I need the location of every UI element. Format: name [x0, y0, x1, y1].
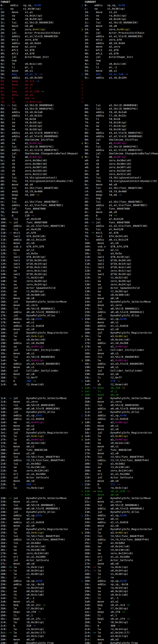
asm-line: 2bc: b 308 ~> [81, 624, 158, 627]
asm-token-C: ~> [33, 379, 36, 382]
asm-token-Y: 0x4c(sp) [31, 334, 44, 338]
asm-token: 144: lh t1,0x32(s0) [0, 276, 44, 279]
asm-line: 1fc: addiu t3,t3,%lo(func_80A87F44) [81, 458, 158, 462]
asm-token: 170: jal DynaPolyInfo_Alloc [0, 314, 55, 317]
asm-line: 2b4: beql v0,at,2f4 ~> [81, 617, 158, 620]
asm-line: 88: jal SkelAnime_InitFlex [81, 138, 158, 141]
asm-line: 1b4: jal DynaPolyInfo_SetActorMove [81, 396, 158, 400]
asm-line: 1b8: move a1,zero [81, 400, 158, 403]
asm-line: 90: sw t8,0x18(sp) [0, 121, 81, 124]
asm-line: s 9c: lw a0,0x40(sp) [81, 155, 158, 158]
asm-token-AG: ~> [127, 617, 130, 620]
asm-token-M: 0x40(sp) [115, 438, 128, 441]
asm-token: 154: jal DynaPolyInfo_Alloc [81, 314, 140, 317]
asm-line: s 24: sw zero,0x48(sp) [81, 28, 158, 31]
asm-token: 1e8: move a2,s0 [0, 428, 34, 431]
asm-token: 1dc: addiu a1,s1,0x810 [0, 417, 44, 420]
asm-token: 114: lwc1 $f10,0x28(s0) [81, 259, 131, 262]
asm-line: f0: addiu a1,a1,%lo(func_80A87BEC) [0, 203, 81, 207]
asm-token: 28c: jr ra [0, 576, 29, 579]
asm-token: 2c4: b 310 [0, 624, 33, 627]
asm-token: 1c8: addiu a1,sp, [83, 414, 120, 417]
asm-line: 54: move a0,s1 [0, 69, 81, 72]
asm-token: 2a4: li at,-1 [0, 596, 34, 600]
asm-token: 160: jal DynaPolyInfo_SetActorMove [0, 300, 67, 303]
asm-token-Y: s [81, 142, 83, 144]
asm-line: 94: sw t7,0x14(sp) [0, 124, 81, 128]
asm-token: 3c: mfc1 a1,$f0 [81, 48, 119, 52]
asm-line: 1c8: move a1,zero [0, 400, 81, 403]
asm-token: 218: b [83, 483, 110, 486]
asm-token-B: 27c [110, 483, 115, 486]
asm-line: e0: andi t0,t9,0x400 [0, 190, 81, 193]
asm-line: 64: move a0,s0 [0, 83, 81, 86]
asm-token: 21c: ori a1,a1,0x2d0e [0, 472, 46, 476]
asm-token-R: 74: b 284 [0, 97, 31, 100]
asm-line: f0: lui at,0x4120 [81, 228, 158, 231]
asm-token-B: beq v0,at,7c [12, 72, 38, 76]
asm-token: 50: li at,-1 [81, 66, 117, 69]
asm-line: 138: sw t1,0x20(sp) [81, 290, 158, 293]
asm-token: 148: sw zero,0x28(sp) [0, 279, 47, 282]
asm-token-G: > [81, 490, 83, 493]
asm-line: 80: addiu a3,a3,%lo(D_06001F4C) [81, 131, 158, 134]
asm-token-R: 68: li at,1 [0, 86, 31, 90]
asm-token: 270: sw zero,0x134(s0) [0, 552, 49, 555]
asm-token: 1d4: move a0,s1 [81, 424, 119, 427]
asm-token: 2bc: b 308 [81, 624, 117, 627]
asm-token-Y: 0x48(sp) [115, 334, 128, 338]
asm-token: a8: sb zero,0x30f(s0) [81, 166, 131, 169]
asm-line: > 224: move a0,s0 [81, 493, 158, 496]
asm-token: 268: sw zero,0x134(s0) [81, 552, 133, 555]
asm-line: 248: move a2,s0 [81, 524, 158, 527]
asm-token: 180: move a0,s1 [81, 352, 119, 355]
asm-token-B: 0x48 [120, 317, 127, 320]
asm-token-B: i [81, 514, 83, 517]
asm-token: 1a8: addiu a3,a3,%lo(D_80A88CB4) [0, 362, 60, 365]
asm-line: 230: ~> jal DynaPolyInfo_SetActorMove [0, 496, 81, 500]
asm-token-C: ~> [9, 566, 12, 568]
asm-line: 18c: sw v0,0x14c(s0) [0, 338, 81, 341]
asm-line: 168: lui a0,%hi(D_06000A1C) [0, 307, 81, 310]
asm-line: c: sw s1,0x38(sp) [0, 7, 81, 10]
asm-token-B: 0x50 [120, 579, 127, 582]
asm-line: 184: lui a3,%hi(D_80A88CB4) [81, 355, 158, 358]
asm-line: 78: sw t7,0x14(sp) [81, 124, 158, 128]
asm-token: 284: [0, 569, 9, 572]
asm-line: 234: move a1,zero [0, 500, 81, 503]
asm-token-M: 0x44(sp) [29, 155, 42, 158]
asm-line: 118: addiu a0,s1,0x1c24 [0, 238, 81, 241]
asm-token: 1bc: lui a0,%hi(D_06001830) [81, 404, 140, 406]
asm-line: 128: lh t1,0x32(s0) [81, 276, 158, 279]
asm-token: 250: lw a3, [83, 531, 115, 534]
asm-line: 1cc: addiu a1,s1,0x810 [81, 417, 158, 420]
asm-line: 208: sw zero,0x134(s0) [81, 469, 158, 472]
asm-token: 84: addiu a2,a2,%lo(D_0600B9A8) [81, 134, 143, 138]
asm-line: 88: addiu t7,s0,0x22c [0, 114, 81, 117]
asm-line: 98: sw t6,0x10(sp) [0, 128, 81, 131]
asm-line: 288: lw s1,0x38(sp) [0, 572, 81, 576]
asm-line: 244: addiu a1,sp,0x4c [0, 514, 81, 517]
asm-line: 1ec: jal DynaPolyInfo_RegisterActor [0, 431, 81, 434]
asm-token: 1f4: lw a1, [0, 438, 31, 441]
asm-token: 25c: lui t4,%hi(func_80A87F44) [0, 534, 60, 538]
asm-token: cc: sb zero,0x311(s0) [0, 172, 47, 176]
asm-token: 20: move s0,a0 [81, 24, 117, 28]
asm-line: e4: lui at,0x4120 [81, 217, 158, 220]
asm-line: s 188: lw a1,0x40(sp) [81, 358, 158, 362]
asm-token: 5c: addiu a1,s0,0x164 [81, 76, 127, 79]
asm-token: cc: nop [81, 197, 101, 200]
asm-token: 12c: sw zero,0x28(sp) [81, 279, 131, 282]
asm-line: 2c0: lw ra,0x14(sp) [81, 627, 158, 631]
asm-line: 240: jal DynaPolyInfo_Alloc [0, 510, 81, 514]
asm-line: > 1ac: li at,1 [81, 390, 158, 393]
asm-line: i 8: addiu sp,sp,-0x50 [81, 4, 158, 7]
asm-line: f8: move a0,s0 [0, 210, 81, 214]
asm-token: 2d0: sw a3,0x1c(sp) [0, 634, 44, 638]
asm-token: 288: lw s1,0x38(sp) [0, 572, 44, 576]
asm-line: > 1a8: ~> bnez v0,220 ~> [81, 386, 158, 390]
asm-line: 178: move a0,s1 [0, 320, 81, 324]
asm-line: 168: jal DynaPolyInfo_RegisterActor [81, 331, 158, 334]
asm-line: 2c: addiu a1,a1,%lo(D_80A88CE0) [81, 34, 158, 38]
asm-token: 174: addiu a1,sp, [0, 317, 36, 320]
